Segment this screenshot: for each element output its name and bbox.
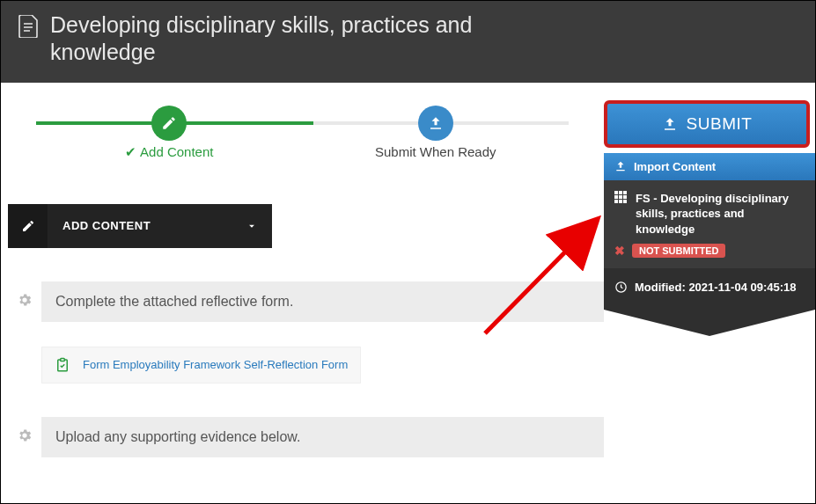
section-upload: Upload any supporting evidence below.	[1, 417, 604, 457]
chevron-down-icon	[246, 220, 258, 232]
import-content-button[interactable]: Import Content	[604, 153, 815, 180]
grid-icon	[614, 191, 627, 203]
upload-icon	[662, 116, 678, 132]
page-title: Developing disciplinary skills, practice…	[50, 11, 578, 67]
section-reflective: Complete the attached reflective form.	[1, 281, 604, 322]
submit-label: SUBMIT	[687, 114, 753, 134]
modified-value: 2021-11-04 09:45:18	[688, 281, 796, 294]
form-link-text[interactable]: Form Employability Framework Self-Reflec…	[83, 358, 348, 371]
clock-icon	[614, 281, 628, 294]
check-icon: ✔	[125, 144, 136, 159]
document-icon	[18, 15, 38, 38]
gear-icon[interactable]	[17, 292, 33, 308]
status-badge: NOT SUBMITTED	[632, 244, 725, 258]
step-label-add-content: ✔Add Content	[36, 144, 303, 160]
course-info-box: FS - Developing disciplinary skills, pra…	[604, 180, 815, 269]
upload-icon	[428, 115, 444, 131]
step-label-submit: Submit When Ready	[303, 144, 570, 160]
submit-button[interactable]: SUBMIT	[604, 100, 810, 148]
course-title: FS - Developing disciplinary skills, pra…	[636, 191, 805, 237]
add-content-button[interactable]: ADD CONTENT	[8, 204, 272, 248]
pencil-icon	[21, 219, 35, 233]
panel-tail	[604, 310, 815, 336]
form-link-row[interactable]: Form Employability Framework Self-Reflec…	[41, 347, 361, 383]
add-content-label: ADD CONTENT	[48, 219, 232, 232]
import-label: Import Content	[634, 160, 716, 173]
upload-icon	[614, 160, 627, 172]
modified-box: Modified: 2021-11-04 09:45:18	[604, 268, 815, 310]
step-add-content-circle	[151, 106, 187, 141]
page-header: Developing disciplinary skills, practice…	[1, 1, 815, 83]
pencil-icon	[161, 115, 177, 131]
svg-rect-1	[61, 358, 65, 361]
gear-icon[interactable]	[17, 427, 33, 443]
progress-steps: ✔Add Content Submit When Ready	[1, 83, 604, 169]
upload-prompt-text: Upload any supporting evidence below.	[41, 417, 604, 457]
modified-label: Modified:	[635, 281, 686, 294]
annotation-arrow	[406, 188, 608, 347]
clipboard-icon	[55, 356, 70, 374]
x-icon: ✖	[614, 244, 625, 258]
step-submit-circle	[418, 106, 453, 141]
reflective-prompt-text: Complete the attached reflective form.	[41, 281, 604, 322]
